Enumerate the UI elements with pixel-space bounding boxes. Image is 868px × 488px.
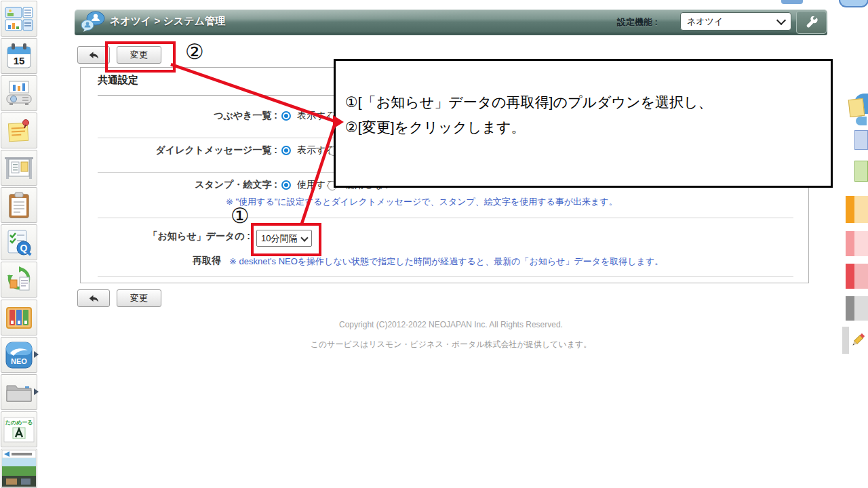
instruction-line-1: ①[「お知らせ」データの再取得]のプルダウンを選択し、 <box>345 93 712 112</box>
page-title: ネオツイ > システム管理 <box>110 15 225 28</box>
stamp-emoji-label: スタンプ・絵文字 : <box>81 179 277 191</box>
cutoff-swatch-pink <box>846 231 868 256</box>
sidebar-item-bulletin-board[interactable] <box>1 150 37 186</box>
dm-list-label: ダイレクトメッセージ一覧 : <box>81 144 277 157</box>
tanomeru-icon: たのめーる <box>3 415 35 444</box>
cutoff-blue-fragment <box>781 0 803 4</box>
settings-function-select[interactable]: ネオツイ <box>680 12 791 30</box>
sidebar-item-schedule[interactable]: 15 <box>1 38 37 74</box>
chevron-down-icon <box>300 234 308 241</box>
stamp-note: ※ "使用する"に設定するとダイレクトメッセージで、スタンプ、絵文字を使用する事… <box>226 196 618 208</box>
neo-app-icon: NEO <box>5 342 33 369</box>
dm-list-show-radio[interactable] <box>281 146 291 155</box>
sidebar-item-clipboard[interactable] <box>1 187 37 223</box>
chevron-down-icon <box>776 16 786 25</box>
tweet-list-show-radio[interactable] <box>281 111 291 121</box>
sidebar-item-tanomeru[interactable]: たのめーる <box>1 411 37 447</box>
expand-arrow-icon[interactable] <box>34 351 39 358</box>
circulation-icon <box>5 266 33 293</box>
neotwi-bubbles-icon <box>80 11 106 35</box>
instruction-line-2: ②[変更]をクリックします。 <box>345 118 525 137</box>
portal-icon <box>5 7 33 31</box>
cutoff-swatch-orange <box>846 196 868 223</box>
section-heading: 共通設定 <box>98 74 138 87</box>
sidebar-item-portal[interactable] <box>1 1 37 37</box>
sidebar-item-neo[interactable]: NEO <box>1 337 37 373</box>
sidebar-item-ad-banner[interactable] <box>1 449 37 488</box>
cutoff-pencil-cell <box>842 327 868 354</box>
provider-text: このサービスはリスモン・ビジネス・ポータル株式会社が提供しています。 <box>75 339 827 350</box>
sidebar-item-survey[interactable]: Q <box>1 224 37 260</box>
cutoff-blue-circle-fragment <box>839 0 868 7</box>
notice-data-label-line2: 再取得 <box>81 255 221 267</box>
retrieval-note: ※ desknet's NEOを操作しない状態で指定した時間が経過すると、最新の… <box>229 256 663 268</box>
sidebar-item-presentation[interactable] <box>1 75 37 111</box>
app-header: ネオツイ > システム管理 設定機能 : ネオツイ <box>75 9 827 35</box>
tweet-list-label: つぶやき一覧 : <box>81 110 277 122</box>
slide: 15 <box>0 0 868 488</box>
step-2-marker: ② <box>185 41 204 62</box>
change-button-bottom[interactable]: 変更 <box>117 289 161 307</box>
back-button[interactable] <box>77 46 110 64</box>
expand-arrow-icon[interactable] <box>34 388 39 395</box>
cabinet-icon <box>5 381 33 404</box>
instruction-callout: ①[「お知らせ」データの再取得]のプルダウンを選択し、 ②[変更]をクリックしま… <box>334 59 833 188</box>
presentation-icon <box>5 81 33 106</box>
cutoff-swatch-blue <box>854 130 868 150</box>
bulletin-board-icon <box>5 156 33 180</box>
cutoff-swatch-red <box>846 264 868 289</box>
step-1-marker: ① <box>231 205 250 226</box>
svg-text:15: 15 <box>14 55 25 66</box>
stamp-use-radio[interactable] <box>281 180 291 190</box>
row-divider <box>98 218 793 218</box>
pencil-icon <box>849 330 868 349</box>
sidebar-item-cabinet[interactable] <box>1 374 37 410</box>
sidebar-item-document-management[interactable] <box>1 300 37 336</box>
admin-tools-button[interactable] <box>796 11 827 34</box>
notice-data-label-line1: 「お知らせ」データの : <box>81 230 250 243</box>
document-binders-icon <box>5 306 33 330</box>
schedule-icon: 15 <box>6 43 32 70</box>
back-arrow-icon <box>88 293 100 304</box>
memo-icon <box>6 118 32 144</box>
svg-text:たのめーる: たのめーる <box>5 420 33 426</box>
retrieval-interval-select[interactable]: 10分間隔 <box>256 230 312 247</box>
copyright-text: Copyright (C)2012-2022 NEOJAPAN Inc. All… <box>75 320 827 329</box>
settings-function-label: 設定機能 : <box>617 16 658 28</box>
change-button-top[interactable]: 変更 <box>117 46 161 64</box>
back-button-bottom[interactable] <box>77 289 110 307</box>
sidebar-item-memo[interactable] <box>1 113 37 148</box>
settings-function-value: ネオツイ <box>687 16 723 28</box>
svg-text:NEO: NEO <box>11 357 27 365</box>
survey-icon: Q <box>6 229 32 256</box>
cutoff-swatch-gray <box>846 296 868 321</box>
row-divider <box>98 276 793 277</box>
svg-text:Q: Q <box>20 243 28 253</box>
back-arrow-icon <box>88 50 100 60</box>
cutoff-bubble-note-icon <box>849 94 868 125</box>
cutoff-swatch-green <box>854 161 868 182</box>
wrench-icon <box>806 16 818 28</box>
retrieval-interval-value: 10分間隔 <box>261 232 297 245</box>
sidebar-item-circulation[interactable] <box>1 262 37 298</box>
ad-banner <box>2 450 36 487</box>
clipboard-icon <box>7 192 31 219</box>
